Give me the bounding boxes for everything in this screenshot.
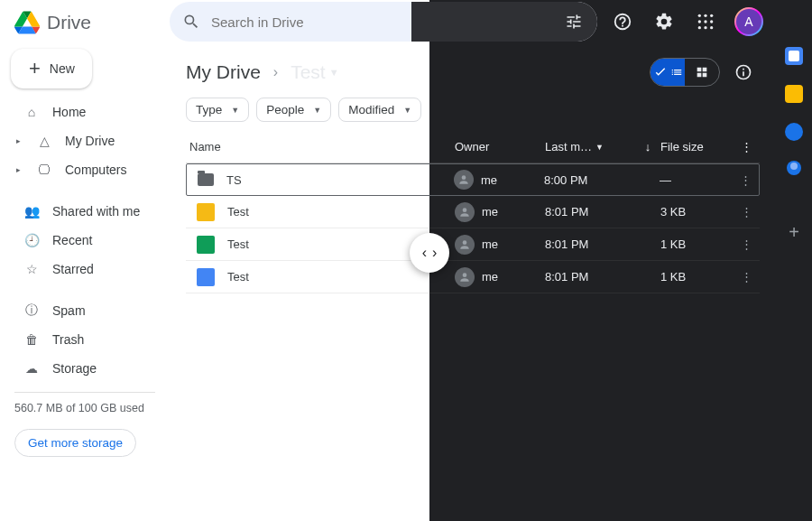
nav-spam[interactable]: ⓘSpam <box>0 296 170 325</box>
top-icons: A <box>606 5 776 38</box>
view-toggle <box>650 58 720 87</box>
search-icon <box>182 13 200 31</box>
file-size: 1 KB <box>660 270 733 284</box>
nav-shared[interactable]: 👥Shared with me <box>0 197 170 226</box>
search-options-icon[interactable] <box>565 13 583 31</box>
nav-storage[interactable]: ☁Storage <box>0 354 170 383</box>
storage-usage: 560.7 MB of 100 GB used <box>0 398 170 418</box>
drive-icon: △ <box>36 134 52 148</box>
modified-time: 8:01 PM <box>545 205 660 219</box>
owner-avatar <box>455 267 475 287</box>
svg-point-2 <box>710 14 713 17</box>
col-more-icon[interactable]: ⋮ <box>733 140 760 154</box>
nav-trash[interactable]: 🗑Trash <box>0 325 170 354</box>
breadcrumb: My Drive › Test ▼ <box>186 52 760 92</box>
folder-icon <box>198 173 214 186</box>
row-more-icon[interactable]: ⋮ <box>732 173 759 187</box>
breadcrumb-current[interactable]: Test ▼ <box>291 61 338 83</box>
account-avatar[interactable]: A <box>734 7 763 36</box>
nav-list: ⌂Home ▸△My Drive ▸🖵Computers 👥Shared wit… <box>0 98 170 383</box>
file-name: TS <box>226 173 242 187</box>
grid-view-button[interactable] <box>685 59 719 86</box>
topbar: A <box>170 0 776 43</box>
expand-icon[interactable]: ▸ <box>16 136 23 145</box>
col-size[interactable]: File size <box>660 140 733 154</box>
breadcrumb-root[interactable]: My Drive <box>186 61 261 83</box>
svg-point-0 <box>698 14 701 17</box>
help-icon[interactable] <box>606 5 639 38</box>
contacts-app-icon[interactable] <box>787 161 801 175</box>
app-name: Drive <box>47 12 91 33</box>
calendar-app-icon[interactable] <box>785 47 803 65</box>
tasks-app-icon[interactable] <box>785 123 803 141</box>
owner-name: me <box>482 205 498 219</box>
row-more-icon[interactable]: ⋮ <box>733 237 760 251</box>
divider <box>14 392 155 393</box>
expand-icon[interactable]: ▸ <box>16 165 23 174</box>
recent-icon: 🕘 <box>23 233 40 247</box>
table-row[interactable]: Testme8:01 PM1 KB⋮ <box>186 228 760 261</box>
row-more-icon[interactable]: ⋮ <box>733 205 760 219</box>
list-view-button[interactable] <box>651 59 685 86</box>
plus-icon: + <box>29 62 41 75</box>
nav-computers[interactable]: ▸🖵Computers <box>0 155 170 184</box>
caret-down-icon: ▼ <box>329 67 339 78</box>
keep-app-icon[interactable] <box>785 85 803 103</box>
col-modified[interactable]: Last m…▼ <box>545 140 635 154</box>
svg-point-1 <box>704 14 706 17</box>
nav-my-drive[interactable]: ▸△My Drive <box>0 126 170 155</box>
chevron-right-icon: › <box>432 245 437 261</box>
view-controls <box>650 56 760 88</box>
chip-modified[interactable]: Modified▼ <box>338 98 421 122</box>
table-row[interactable]: Testme8:01 PM3 KB⋮ <box>186 196 760 228</box>
settings-icon[interactable] <box>648 5 680 38</box>
nav-home[interactable]: ⌂Home <box>0 98 170 126</box>
filter-chips: Type▼ People▼ Modified▼ <box>186 98 760 122</box>
col-name[interactable]: Name <box>186 140 455 154</box>
apps-icon[interactable] <box>689 5 722 38</box>
add-addon-icon[interactable]: + <box>789 222 799 243</box>
info-icon[interactable] <box>727 56 760 88</box>
sort-direction-icon[interactable]: ↓ <box>635 140 660 154</box>
new-button[interactable]: + New <box>11 49 92 88</box>
get-more-storage-button[interactable]: Get more storage <box>14 429 136 457</box>
home-icon: ⌂ <box>23 105 40 119</box>
cloud-icon: ☁ <box>23 361 40 376</box>
star-icon: ☆ <box>23 262 40 276</box>
file-size: 3 KB <box>660 205 733 219</box>
file-name: Test <box>227 270 249 284</box>
theme-slider-handle[interactable]: ‹ › <box>410 233 449 273</box>
table-row[interactable]: TSme8:00 PM—⋮ <box>186 163 760 196</box>
sidebar: Drive + New ⌂Home ▸△My Drive ▸🖵Computers… <box>0 0 170 521</box>
nav-recent[interactable]: 🕘Recent <box>0 226 170 255</box>
docs-icon <box>197 268 215 286</box>
file-size: — <box>660 173 732 187</box>
svg-point-3 <box>698 20 701 23</box>
search-bar[interactable] <box>170 2 597 42</box>
drive-logo[interactable]: Drive <box>0 7 170 45</box>
chip-type[interactable]: Type▼ <box>186 98 249 122</box>
side-panel: + <box>776 0 812 521</box>
chevron-right-icon: › <box>273 64 278 80</box>
owner-avatar <box>455 202 475 222</box>
table-row[interactable]: Testme8:01 PM1 KB⋮ <box>186 261 760 293</box>
chip-people[interactable]: People▼ <box>256 98 331 122</box>
slides-icon <box>197 203 215 221</box>
nav-starred[interactable]: ☆Starred <box>0 255 170 284</box>
owner-name: me <box>481 173 497 187</box>
shared-icon: 👥 <box>23 204 40 219</box>
computers-icon: 🖵 <box>36 163 52 177</box>
file-rows: TSme8:00 PM—⋮Testme8:01 PM3 KB⋮Testme8:0… <box>186 163 760 293</box>
svg-point-10 <box>463 208 467 212</box>
drive-logo-icon <box>14 11 40 34</box>
sheets-icon <box>197 236 215 254</box>
col-owner[interactable]: Owner <box>455 140 545 154</box>
svg-point-8 <box>710 26 713 29</box>
caret-down-icon: ▼ <box>231 106 239 115</box>
caret-down-icon: ▼ <box>313 106 321 115</box>
spam-icon: ⓘ <box>23 302 40 319</box>
svg-point-5 <box>710 20 713 23</box>
row-more-icon[interactable]: ⋮ <box>733 270 760 284</box>
chevron-left-icon: ‹ <box>422 245 427 261</box>
modified-time: 8:01 PM <box>545 270 660 284</box>
